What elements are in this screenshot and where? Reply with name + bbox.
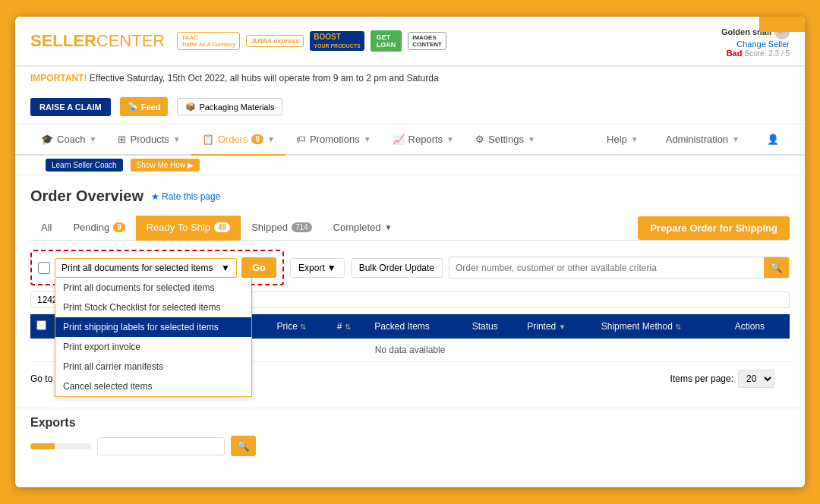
packaging-button[interactable]: 📦 Packaging Materials: [177, 98, 282, 115]
nav-label-admin: Administration: [666, 134, 728, 145]
raise-claim-button[interactable]: RAISE A CLAIM: [30, 98, 111, 116]
bulk-order-update-button[interactable]: Bulk Order Update: [351, 258, 443, 278]
tab-all[interactable]: All: [30, 216, 62, 241]
chevron-down-icon-promotions: ▼: [364, 135, 371, 143]
chevron-down-icon: ▼: [90, 135, 97, 143]
tab-ready-to-ship[interactable]: Ready To Ship 49: [136, 216, 241, 241]
exports-search-input[interactable]: [97, 437, 225, 455]
promotions-icon: 🏷: [296, 134, 306, 145]
rate-page-link[interactable]: ★ Rate this page: [151, 191, 220, 202]
orders-icon: 📋: [202, 134, 214, 145]
chevron-down-icon-admin: ▼: [732, 135, 740, 143]
nav-item-orders[interactable]: 📋 Orders 9 ▼: [191, 124, 285, 156]
exports-search-button[interactable]: 🔍: [231, 436, 256, 456]
nav-label-settings: Settings: [488, 134, 524, 145]
score-area: Bad Score: 2.3 / 5: [727, 49, 790, 58]
search-input[interactable]: [449, 259, 764, 277]
completed-arrow: ▼: [384, 223, 392, 232]
col-hash[interactable]: # ⇅: [331, 314, 368, 339]
important-prefix: IMPORTANT!: [30, 73, 87, 83]
tab-shipped[interactable]: Shipped 714: [241, 216, 322, 241]
dropdown-item-5[interactable]: Cancel selected items: [55, 376, 251, 396]
page-content: Order Overview ★ Rate this page All Pend…: [15, 175, 805, 408]
items-per-page-label: Items per page:: [670, 373, 733, 384]
ready-badge: 49: [214, 222, 230, 232]
dropdown-item-3[interactable]: Print export invoice: [55, 337, 251, 357]
action-row: RAISE A CLAIM 📡 Feed 📦 Packaging Materia…: [15, 90, 805, 124]
nav-bar: 🎓 Coach ▼ ⊞ Products ▼ 📋 Orders 9 ▼ 🏷 Pr…: [15, 124, 805, 156]
partner-images: IMAGESCONTENT: [408, 32, 446, 50]
score-text: Score: 2.3 / 5: [745, 49, 790, 58]
important-banner: IMPORTANT! Effective Saturday, 15th Oct …: [15, 66, 805, 90]
chevron-down-icon-settings: ▼: [528, 135, 535, 143]
avatar: 🐌: [774, 24, 790, 39]
per-page-select[interactable]: 20: [738, 370, 774, 388]
action-dropdown-container: Print all documents for selected items ▼…: [55, 258, 237, 278]
sort-icon-printed: ▼: [559, 323, 566, 331]
go-button[interactable]: Go: [241, 257, 276, 278]
nav-item-administration[interactable]: Administration ▼: [655, 124, 750, 156]
arrow-icon: ▶: [188, 161, 194, 169]
feed-button[interactable]: 📡 Feed: [120, 97, 169, 116]
action-dropdown[interactable]: Print all documents for selected items ▼: [55, 258, 237, 278]
nav-right: Help ▼ Administration ▼ 👤: [596, 124, 790, 154]
toolbar-row: Print all documents for selected items ▼…: [30, 250, 790, 285]
shipped-badge: 714: [292, 222, 312, 232]
prepare-order-button[interactable]: Prepare Order for Shipping: [638, 216, 790, 240]
dropdown-label-text: Print all documents for selected items: [62, 263, 213, 273]
col-packed-items[interactable]: Packed Items: [368, 314, 466, 339]
dropdown-item-4[interactable]: Print all carrier manifests: [55, 357, 251, 376]
search-button[interactable]: 🔍: [764, 257, 789, 278]
partner-boost: BOOSTYOUR PRODUCTS: [310, 31, 364, 51]
nav-item-person[interactable]: 👤: [756, 124, 790, 156]
nav-label-help: Help: [607, 134, 627, 145]
col-status[interactable]: Status: [466, 314, 522, 339]
chevron-down-icon-products: ▼: [173, 135, 181, 143]
export-arrow-icon: ▼: [327, 263, 336, 273]
chevron-down-icon-help: ▼: [631, 135, 639, 143]
exports-bar: 🔍: [30, 436, 790, 456]
show-me-how-button[interactable]: Show Me How ▶: [131, 159, 200, 172]
logo-accent: SELLER: [30, 31, 96, 50]
user-name-row: Golden snail 🐌: [721, 24, 790, 39]
change-seller-link[interactable]: Change Seller: [736, 39, 790, 49]
partner-taac: TAACTraffic As A Currency: [177, 32, 240, 50]
nav-item-products[interactable]: ⊞ Products ▼: [107, 124, 191, 156]
dropdown-item-2[interactable]: Print shipping labels for selected items: [55, 317, 251, 337]
col-price[interactable]: Price ⇅: [271, 314, 331, 339]
nav-item-settings[interactable]: ⚙ Settings ▼: [465, 124, 546, 156]
package-icon: 📦: [185, 102, 196, 112]
nav-item-help[interactable]: Help ▼: [596, 124, 649, 156]
coach-icon: 🎓: [41, 134, 53, 145]
search-icon-exports: 🔍: [237, 440, 250, 452]
rss-icon: 📡: [128, 102, 138, 112]
nav-label-orders: Orders: [218, 134, 248, 145]
dropdown-item-0[interactable]: Print all documents for selected items: [55, 278, 251, 298]
learn-seller-coach-badge[interactable]: Learn Seller Coach: [46, 159, 123, 172]
nav-item-promotions[interactable]: 🏷 Promotions ▼: [285, 124, 382, 156]
header-checkbox[interactable]: [36, 320, 46, 330]
chevron-down-icon-orders: ▼: [267, 135, 275, 143]
select-all-checkbox[interactable]: [38, 262, 50, 274]
dropdown-menu: Print all documents for selected items P…: [55, 278, 252, 397]
header: SELLERCENTER TAACTraffic As A Currency J…: [15, 17, 805, 66]
dropdown-item-1[interactable]: Print Stock Checklist for selected items: [55, 298, 251, 317]
tab-pending[interactable]: Pending 9: [62, 216, 135, 241]
col-actions: Actions: [729, 314, 790, 339]
nav-item-coach[interactable]: 🎓 Coach ▼: [30, 124, 107, 156]
page-header: Order Overview ★ Rate this page: [30, 187, 790, 205]
partner-jumia: JUMIA express: [246, 35, 304, 47]
nav-label-reports: Reports: [408, 134, 443, 145]
nav-label-coach: Coach: [57, 134, 86, 145]
bad-label: Bad: [727, 49, 743, 58]
settings-icon: ⚙: [475, 134, 484, 145]
col-shipment-method[interactable]: Shipment Method ⇅: [595, 314, 729, 339]
export-button[interactable]: Export ▼: [290, 258, 345, 278]
nav-label-products: Products: [130, 134, 169, 145]
col-printed[interactable]: Printed ▼: [521, 314, 595, 339]
nav-item-reports[interactable]: 📈 Reports ▼: [382, 124, 465, 156]
star-icon: ★: [151, 191, 159, 202]
tab-completed[interactable]: Completed ▼: [323, 216, 403, 241]
exports-section: Exports 🔍: [15, 408, 805, 464]
reports-icon: 📈: [393, 134, 405, 145]
